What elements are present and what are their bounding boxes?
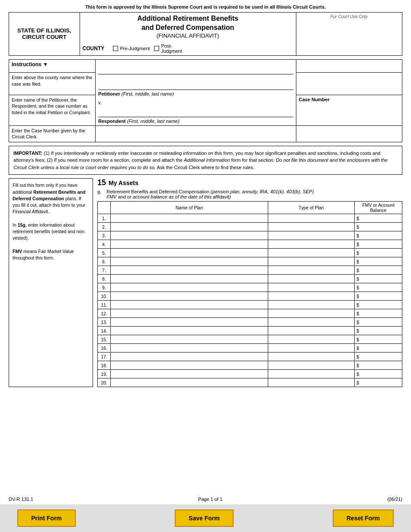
row-plan-name[interactable] <box>111 370 268 378</box>
instructions-toggle[interactable]: Instructions ▼ <box>12 61 93 67</box>
row-plan-name[interactable] <box>111 318 268 327</box>
row-plan-type[interactable] <box>268 240 355 249</box>
section-label-italic: (pension plan, annuity, IRA, 401(k), 403… <box>211 189 314 194</box>
row-plan-type[interactable] <box>268 309 355 318</box>
row-plan-name[interactable] <box>111 223 268 231</box>
title-line1: Additional Retirement Benefits <box>137 15 238 22</box>
row-plan-name[interactable] <box>111 231 268 240</box>
row-number: 5. <box>98 249 111 257</box>
print-button[interactable]: Print Form <box>17 510 76 527</box>
row-plan-type[interactable] <box>268 335 355 344</box>
row-number: 19. <box>98 370 111 378</box>
assets-main: 15 My Assets g. Retirement Benefits and … <box>97 178 402 387</box>
row-fmv[interactable]: $ <box>355 240 402 249</box>
row-plan-name[interactable] <box>111 283 268 292</box>
row-fmv[interactable]: $ <box>355 353 402 361</box>
row-plan-type[interactable] <box>268 283 355 292</box>
pre-judgment-checkbox[interactable] <box>113 46 118 51</box>
reset-button[interactable]: Reset Form <box>333 510 394 527</box>
table-row: 6.$ <box>98 257 402 266</box>
row-fmv[interactable]: $ <box>355 249 402 257</box>
row-fmv[interactable]: $ <box>355 318 402 327</box>
row-number: 7. <box>98 266 111 275</box>
row-plan-name[interactable] <box>111 266 268 275</box>
row-plan-name[interactable] <box>111 309 268 318</box>
row-plan-name[interactable] <box>111 344 268 353</box>
row-plan-name[interactable] <box>111 292 268 301</box>
petitioner-input-line[interactable] <box>98 77 293 90</box>
row-plan-name[interactable] <box>111 257 268 266</box>
table-row: 15.$ <box>98 335 402 344</box>
row-plan-type[interactable] <box>268 370 355 378</box>
row-fmv[interactable]: $ <box>355 257 402 266</box>
row-fmv[interactable]: $ <box>355 309 402 318</box>
post-judgment-label: Post-Judgment <box>161 43 182 54</box>
row-plan-type[interactable] <box>268 318 355 327</box>
row-fmv[interactable]: $ <box>355 361 402 370</box>
sidebar-period: . <box>49 209 51 214</box>
row-fmv[interactable]: $ <box>355 327 402 335</box>
row-plan-type[interactable] <box>268 249 355 257</box>
row-plan-type[interactable] <box>268 223 355 231</box>
row-plan-type[interactable] <box>268 344 355 353</box>
row-plan-type[interactable] <box>268 301 355 309</box>
section-label: Retirement Benefits and Deferred Compens… <box>106 189 209 194</box>
row-plan-name[interactable] <box>111 361 268 370</box>
row-plan-type[interactable] <box>268 327 355 335</box>
row-fmv[interactable]: $ <box>355 301 402 309</box>
instructions-item2-text: Enter name of the Petitioner, the Respon… <box>12 97 91 115</box>
footer-left: DV-R 131.1 <box>9 497 33 502</box>
row-plan-name[interactable] <box>111 275 268 283</box>
row-fmv[interactable]: $ <box>355 275 402 283</box>
row-plan-type[interactable] <box>268 361 355 370</box>
row-plan-name[interactable] <box>111 240 268 249</box>
post-judgment-checkbox[interactable] <box>154 46 159 51</box>
row-plan-type[interactable] <box>268 214 355 223</box>
section-header: 15 My Assets <box>97 178 402 187</box>
row-plan-name[interactable] <box>111 378 268 387</box>
row-fmv[interactable]: $ <box>355 223 402 231</box>
row-fmv[interactable]: $ <box>355 335 402 344</box>
row-fmv[interactable]: $ <box>355 266 402 275</box>
form-title: Additional Retirement Benefits and Defer… <box>83 14 293 32</box>
subsection-letter: g. <box>97 189 101 199</box>
row-fmv[interactable]: $ <box>355 370 402 378</box>
row-plan-type[interactable] <box>268 275 355 283</box>
row-plan-name[interactable] <box>111 214 268 223</box>
table-row: 14.$ <box>98 327 402 335</box>
row-number: 11. <box>98 301 111 309</box>
row-number: 8. <box>98 275 111 283</box>
row-plan-type[interactable] <box>268 266 355 275</box>
save-button[interactable]: Save Form <box>175 510 234 527</box>
respondent-input-line[interactable] <box>98 109 293 117</box>
row-fmv[interactable]: $ <box>355 344 402 353</box>
row-plan-name[interactable] <box>111 327 268 335</box>
col-header-fmv: FMV or Account Balance <box>355 202 402 214</box>
important-box: IMPORTANT: (1) If you intentionally or r… <box>9 146 402 175</box>
row-number: 18. <box>98 361 111 370</box>
court-use-right2 <box>296 73 402 95</box>
row-plan-type[interactable] <box>268 257 355 266</box>
row-fmv[interactable]: $ <box>355 292 402 301</box>
col-header-name: Name of Plan <box>111 202 268 214</box>
row-plan-type[interactable] <box>268 292 355 301</box>
row-fmv[interactable]: $ <box>355 283 402 292</box>
row-fmv[interactable]: $ <box>355 378 402 387</box>
petitioner-area: Petitioner (First, middle, last name) v.… <box>95 59 296 125</box>
sidebar-fmv: FMV means Fair Market Value throughout t… <box>13 248 89 261</box>
row-plan-type[interactable] <box>268 378 355 387</box>
sidebar-italic1: Financial Affidavit. <box>13 209 49 214</box>
row-plan-type[interactable] <box>268 353 355 361</box>
row-plan-name[interactable] <box>111 301 268 309</box>
row-plan-name[interactable] <box>111 353 268 361</box>
row-fmv[interactable]: $ <box>355 231 402 240</box>
instructions-item3-text: Enter the Case Number given by the Circu… <box>12 128 85 140</box>
row-plan-name[interactable] <box>111 249 268 257</box>
v-label: v. <box>98 100 293 105</box>
county-input-area[interactable] <box>98 61 293 74</box>
row-plan-name[interactable] <box>111 335 268 344</box>
blank-center <box>95 125 296 142</box>
row-plan-type[interactable] <box>268 231 355 240</box>
table-row: 3.$ <box>98 231 402 240</box>
row-fmv[interactable]: $ <box>355 214 402 223</box>
